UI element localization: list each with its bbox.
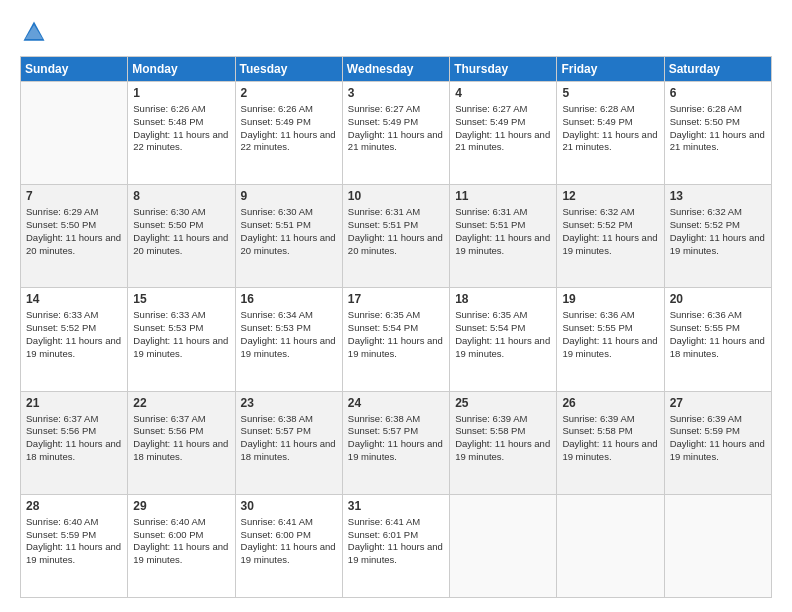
cell-info: Sunrise: 6:28 AM Sunset: 5:49 PM Dayligh… [562,103,658,154]
calendar-week-row: 14Sunrise: 6:33 AM Sunset: 5:52 PM Dayli… [21,288,772,391]
day-number: 2 [241,86,337,100]
calendar-cell: 18Sunrise: 6:35 AM Sunset: 5:54 PM Dayli… [450,288,557,391]
calendar-cell: 14Sunrise: 6:33 AM Sunset: 5:52 PM Dayli… [21,288,128,391]
calendar-cell: 21Sunrise: 6:37 AM Sunset: 5:56 PM Dayli… [21,391,128,494]
calendar-cell: 13Sunrise: 6:32 AM Sunset: 5:52 PM Dayli… [664,185,771,288]
day-number: 30 [241,499,337,513]
calendar-cell: 25Sunrise: 6:39 AM Sunset: 5:58 PM Dayli… [450,391,557,494]
logo-icon [20,18,48,46]
day-number: 7 [26,189,122,203]
cell-info: Sunrise: 6:31 AM Sunset: 5:51 PM Dayligh… [348,206,444,257]
calendar-cell [557,494,664,597]
calendar-cell: 15Sunrise: 6:33 AM Sunset: 5:53 PM Dayli… [128,288,235,391]
calendar-week-row: 7Sunrise: 6:29 AM Sunset: 5:50 PM Daylig… [21,185,772,288]
cell-info: Sunrise: 6:35 AM Sunset: 5:54 PM Dayligh… [348,309,444,360]
day-number: 5 [562,86,658,100]
day-number: 13 [670,189,766,203]
calendar-week-row: 21Sunrise: 6:37 AM Sunset: 5:56 PM Dayli… [21,391,772,494]
day-number: 24 [348,396,444,410]
day-number: 1 [133,86,229,100]
calendar-cell: 9Sunrise: 6:30 AM Sunset: 5:51 PM Daylig… [235,185,342,288]
cell-info: Sunrise: 6:34 AM Sunset: 5:53 PM Dayligh… [241,309,337,360]
col-header-monday: Monday [128,57,235,82]
calendar-cell: 26Sunrise: 6:39 AM Sunset: 5:58 PM Dayli… [557,391,664,494]
cell-info: Sunrise: 6:27 AM Sunset: 5:49 PM Dayligh… [455,103,551,154]
day-number: 18 [455,292,551,306]
cell-info: Sunrise: 6:39 AM Sunset: 5:58 PM Dayligh… [455,413,551,464]
day-number: 6 [670,86,766,100]
day-number: 12 [562,189,658,203]
calendar-header-row: SundayMondayTuesdayWednesdayThursdayFrid… [21,57,772,82]
cell-info: Sunrise: 6:28 AM Sunset: 5:50 PM Dayligh… [670,103,766,154]
cell-info: Sunrise: 6:38 AM Sunset: 5:57 PM Dayligh… [348,413,444,464]
cell-info: Sunrise: 6:37 AM Sunset: 5:56 PM Dayligh… [26,413,122,464]
calendar-week-row: 28Sunrise: 6:40 AM Sunset: 5:59 PM Dayli… [21,494,772,597]
page: SundayMondayTuesdayWednesdayThursdayFrid… [0,0,792,612]
calendar-cell [664,494,771,597]
calendar-cell: 30Sunrise: 6:41 AM Sunset: 6:00 PM Dayli… [235,494,342,597]
calendar-cell: 20Sunrise: 6:36 AM Sunset: 5:55 PM Dayli… [664,288,771,391]
calendar-cell: 7Sunrise: 6:29 AM Sunset: 5:50 PM Daylig… [21,185,128,288]
day-number: 20 [670,292,766,306]
day-number: 29 [133,499,229,513]
day-number: 23 [241,396,337,410]
cell-info: Sunrise: 6:38 AM Sunset: 5:57 PM Dayligh… [241,413,337,464]
calendar-cell: 28Sunrise: 6:40 AM Sunset: 5:59 PM Dayli… [21,494,128,597]
cell-info: Sunrise: 6:32 AM Sunset: 5:52 PM Dayligh… [670,206,766,257]
day-number: 11 [455,189,551,203]
col-header-saturday: Saturday [664,57,771,82]
cell-info: Sunrise: 6:26 AM Sunset: 5:48 PM Dayligh… [133,103,229,154]
calendar-cell: 17Sunrise: 6:35 AM Sunset: 5:54 PM Dayli… [342,288,449,391]
cell-info: Sunrise: 6:26 AM Sunset: 5:49 PM Dayligh… [241,103,337,154]
cell-info: Sunrise: 6:33 AM Sunset: 5:52 PM Dayligh… [26,309,122,360]
calendar-cell: 16Sunrise: 6:34 AM Sunset: 5:53 PM Dayli… [235,288,342,391]
cell-info: Sunrise: 6:41 AM Sunset: 6:00 PM Dayligh… [241,516,337,567]
calendar-cell: 8Sunrise: 6:30 AM Sunset: 5:50 PM Daylig… [128,185,235,288]
calendar-cell: 3Sunrise: 6:27 AM Sunset: 5:49 PM Daylig… [342,82,449,185]
calendar-week-row: 1Sunrise: 6:26 AM Sunset: 5:48 PM Daylig… [21,82,772,185]
cell-info: Sunrise: 6:36 AM Sunset: 5:55 PM Dayligh… [562,309,658,360]
day-number: 22 [133,396,229,410]
day-number: 4 [455,86,551,100]
day-number: 25 [455,396,551,410]
calendar-cell: 19Sunrise: 6:36 AM Sunset: 5:55 PM Dayli… [557,288,664,391]
calendar-cell: 31Sunrise: 6:41 AM Sunset: 6:01 PM Dayli… [342,494,449,597]
day-number: 31 [348,499,444,513]
day-number: 8 [133,189,229,203]
calendar-table: SundayMondayTuesdayWednesdayThursdayFrid… [20,56,772,598]
day-number: 9 [241,189,337,203]
logo [20,18,52,46]
col-header-wednesday: Wednesday [342,57,449,82]
cell-info: Sunrise: 6:40 AM Sunset: 6:00 PM Dayligh… [133,516,229,567]
cell-info: Sunrise: 6:31 AM Sunset: 5:51 PM Dayligh… [455,206,551,257]
cell-info: Sunrise: 6:30 AM Sunset: 5:50 PM Dayligh… [133,206,229,257]
day-number: 3 [348,86,444,100]
calendar-cell: 1Sunrise: 6:26 AM Sunset: 5:48 PM Daylig… [128,82,235,185]
calendar-cell: 23Sunrise: 6:38 AM Sunset: 5:57 PM Dayli… [235,391,342,494]
cell-info: Sunrise: 6:40 AM Sunset: 5:59 PM Dayligh… [26,516,122,567]
day-number: 28 [26,499,122,513]
calendar-cell: 5Sunrise: 6:28 AM Sunset: 5:49 PM Daylig… [557,82,664,185]
col-header-thursday: Thursday [450,57,557,82]
calendar-cell: 10Sunrise: 6:31 AM Sunset: 5:51 PM Dayli… [342,185,449,288]
day-number: 17 [348,292,444,306]
calendar-cell: 11Sunrise: 6:31 AM Sunset: 5:51 PM Dayli… [450,185,557,288]
day-number: 21 [26,396,122,410]
day-number: 27 [670,396,766,410]
cell-info: Sunrise: 6:37 AM Sunset: 5:56 PM Dayligh… [133,413,229,464]
calendar-cell: 12Sunrise: 6:32 AM Sunset: 5:52 PM Dayli… [557,185,664,288]
cell-info: Sunrise: 6:41 AM Sunset: 6:01 PM Dayligh… [348,516,444,567]
cell-info: Sunrise: 6:27 AM Sunset: 5:49 PM Dayligh… [348,103,444,154]
col-header-tuesday: Tuesday [235,57,342,82]
calendar-cell: 4Sunrise: 6:27 AM Sunset: 5:49 PM Daylig… [450,82,557,185]
col-header-sunday: Sunday [21,57,128,82]
calendar-cell: 2Sunrise: 6:26 AM Sunset: 5:49 PM Daylig… [235,82,342,185]
cell-info: Sunrise: 6:33 AM Sunset: 5:53 PM Dayligh… [133,309,229,360]
svg-marker-1 [25,25,43,39]
header [20,18,772,46]
calendar-cell: 27Sunrise: 6:39 AM Sunset: 5:59 PM Dayli… [664,391,771,494]
calendar-cell [21,82,128,185]
day-number: 19 [562,292,658,306]
cell-info: Sunrise: 6:30 AM Sunset: 5:51 PM Dayligh… [241,206,337,257]
calendar-cell: 22Sunrise: 6:37 AM Sunset: 5:56 PM Dayli… [128,391,235,494]
